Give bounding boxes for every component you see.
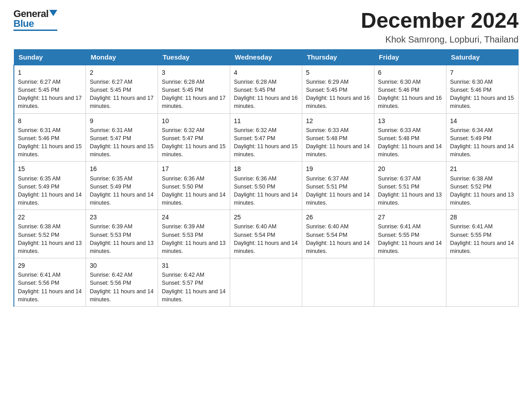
day-number: 12 [306, 116, 370, 125]
page-header: General Blue December 2024 Khok Samrong,… [13, 9, 519, 45]
calendar-cell: 27Sunrise: 6:41 AMSunset: 5:55 PMDayligh… [374, 210, 446, 258]
day-number: 9 [90, 116, 154, 125]
calendar-cell [374, 258, 446, 306]
calendar-cell: 14Sunrise: 6:34 AMSunset: 5:49 PMDayligh… [446, 113, 519, 162]
calendar-cell: 5Sunrise: 6:29 AMSunset: 5:45 PMDaylight… [302, 65, 374, 113]
day-number: 29 [18, 261, 82, 270]
day-number: 21 [450, 164, 515, 173]
day-number: 19 [306, 164, 370, 173]
location-title: Khok Samrong, Lopburi, Thailand [361, 34, 519, 45]
calendar-cell: 7Sunrise: 6:30 AMSunset: 5:46 PMDaylight… [446, 65, 519, 113]
calendar-cell: 2Sunrise: 6:27 AMSunset: 5:45 PMDaylight… [86, 65, 158, 113]
calendar-week-row: 1Sunrise: 6:27 AMSunset: 5:45 PMDaylight… [14, 65, 519, 113]
calendar-week-row: 22Sunrise: 6:38 AMSunset: 5:52 PMDayligh… [14, 210, 519, 258]
weekday-header-saturday: Saturday [446, 49, 519, 65]
calendar-cell: 31Sunrise: 6:42 AMSunset: 5:57 PMDayligh… [158, 258, 230, 306]
calendar-cell: 13Sunrise: 6:33 AMSunset: 5:48 PMDayligh… [374, 113, 446, 162]
day-number: 25 [234, 213, 298, 222]
day-number: 2 [90, 68, 154, 77]
day-number: 18 [234, 164, 298, 173]
weekday-header-wednesday: Wednesday [230, 49, 302, 65]
calendar-cell: 23Sunrise: 6:39 AMSunset: 5:53 PMDayligh… [86, 210, 158, 258]
calendar-cell: 11Sunrise: 6:32 AMSunset: 5:47 PMDayligh… [230, 113, 302, 162]
logo-underline [13, 30, 57, 31]
day-number: 31 [162, 261, 226, 270]
day-number: 8 [18, 116, 82, 125]
calendar-cell: 10Sunrise: 6:32 AMSunset: 5:47 PMDayligh… [158, 113, 230, 162]
day-number: 13 [378, 116, 442, 125]
calendar-cell: 29Sunrise: 6:41 AMSunset: 5:56 PMDayligh… [14, 258, 86, 306]
calendar-cell [446, 258, 519, 306]
calendar-cell: 8Sunrise: 6:31 AMSunset: 5:46 PMDaylight… [14, 113, 86, 162]
calendar-week-row: 15Sunrise: 6:35 AMSunset: 5:49 PMDayligh… [14, 162, 519, 210]
calendar-cell: 3Sunrise: 6:28 AMSunset: 5:45 PMDaylight… [158, 65, 230, 113]
calendar-cell: 20Sunrise: 6:37 AMSunset: 5:51 PMDayligh… [374, 162, 446, 210]
day-number: 15 [18, 164, 82, 173]
calendar-cell: 25Sunrise: 6:40 AMSunset: 5:54 PMDayligh… [230, 210, 302, 258]
calendar-cell: 4Sunrise: 6:28 AMSunset: 5:45 PMDaylight… [230, 65, 302, 113]
calendar-header-row: SundayMondayTuesdayWednesdayThursdayFrid… [14, 49, 519, 65]
day-number: 30 [90, 261, 154, 270]
day-number: 28 [450, 213, 515, 222]
day-number: 10 [162, 116, 226, 125]
calendar-cell: 26Sunrise: 6:40 AMSunset: 5:54 PMDayligh… [302, 210, 374, 258]
calendar-cell: 17Sunrise: 6:36 AMSunset: 5:50 PMDayligh… [158, 162, 230, 210]
day-number: 6 [378, 68, 442, 77]
day-number: 16 [90, 164, 154, 173]
calendar-cell [302, 258, 374, 306]
calendar-cell: 9Sunrise: 6:31 AMSunset: 5:47 PMDaylight… [86, 113, 158, 162]
calendar-cell: 21Sunrise: 6:38 AMSunset: 5:52 PMDayligh… [446, 162, 519, 210]
calendar-cell: 12Sunrise: 6:33 AMSunset: 5:48 PMDayligh… [302, 113, 374, 162]
logo-triangle-icon [49, 10, 57, 16]
calendar-table: SundayMondayTuesdayWednesdayThursdayFrid… [13, 49, 519, 307]
day-number: 23 [90, 213, 154, 222]
weekday-header-friday: Friday [374, 49, 446, 65]
calendar-week-row: 29Sunrise: 6:41 AMSunset: 5:56 PMDayligh… [14, 258, 519, 306]
calendar-cell: 18Sunrise: 6:36 AMSunset: 5:50 PMDayligh… [230, 162, 302, 210]
day-number: 11 [234, 116, 298, 125]
day-number: 24 [162, 213, 226, 222]
day-number: 7 [450, 68, 515, 77]
calendar-cell: 30Sunrise: 6:42 AMSunset: 5:56 PMDayligh… [86, 258, 158, 306]
logo-blue-text: Blue [13, 19, 57, 29]
calendar-cell: 22Sunrise: 6:38 AMSunset: 5:52 PMDayligh… [14, 210, 86, 258]
day-number: 20 [378, 164, 442, 173]
day-number: 5 [306, 68, 370, 77]
calendar-cell: 6Sunrise: 6:30 AMSunset: 5:46 PMDaylight… [374, 65, 446, 113]
weekday-header-monday: Monday [86, 49, 158, 65]
weekday-header-thursday: Thursday [302, 49, 374, 65]
day-number: 3 [162, 68, 226, 77]
logo-general-text: General [13, 9, 48, 19]
calendar-cell: 15Sunrise: 6:35 AMSunset: 5:49 PMDayligh… [14, 162, 86, 210]
day-number: 26 [306, 213, 370, 222]
calendar-week-row: 8Sunrise: 6:31 AMSunset: 5:46 PMDaylight… [14, 113, 519, 162]
calendar-cell: 1Sunrise: 6:27 AMSunset: 5:45 PMDaylight… [14, 65, 86, 113]
day-number: 1 [18, 68, 82, 77]
day-number: 14 [450, 116, 515, 125]
day-number: 27 [378, 213, 442, 222]
month-title: December 2024 [361, 9, 519, 33]
weekday-header-sunday: Sunday [14, 49, 86, 65]
calendar-cell [230, 258, 302, 306]
title-block: December 2024 Khok Samrong, Lopburi, Tha… [361, 9, 519, 45]
calendar-cell: 16Sunrise: 6:35 AMSunset: 5:49 PMDayligh… [86, 162, 158, 210]
day-number: 4 [234, 68, 298, 77]
calendar-cell: 19Sunrise: 6:37 AMSunset: 5:51 PMDayligh… [302, 162, 374, 210]
calendar-cell: 24Sunrise: 6:39 AMSunset: 5:53 PMDayligh… [158, 210, 230, 258]
weekday-header-tuesday: Tuesday [158, 49, 230, 65]
logo: General Blue [13, 9, 57, 31]
day-number: 17 [162, 164, 226, 173]
day-number: 22 [18, 213, 82, 222]
calendar-cell: 28Sunrise: 6:41 AMSunset: 5:55 PMDayligh… [446, 210, 519, 258]
